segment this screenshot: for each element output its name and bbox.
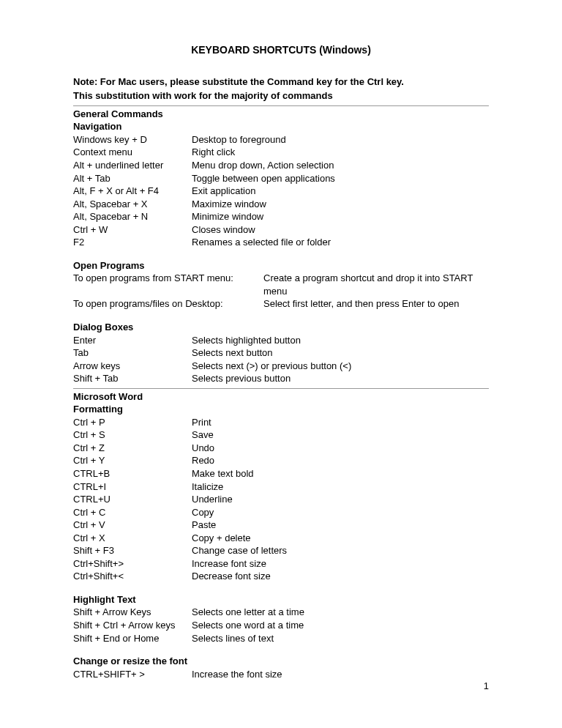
document-page: KEYBOARD SHORTCUTS (Windows) Note: For M… — [0, 0, 562, 710]
shortcut-key: CTRL+U — [73, 493, 192, 506]
table-row: Shift + Ctrl + Arrow keysSelects one wor… — [73, 619, 489, 632]
shortcut-desc: Right click — [192, 146, 489, 159]
divider — [73, 105, 489, 106]
table-row: CTRL+BMake text bold — [73, 467, 489, 480]
shortcut-desc: Increase font size — [192, 557, 489, 571]
shortcut-desc: Desktop to foreground — [192, 133, 489, 146]
table-row: CTRL+IItalicize — [73, 480, 489, 494]
table-row: Ctrl+Shift+>Increase font size — [73, 557, 489, 571]
general-heading: General Commands — [73, 108, 489, 121]
shortcut-key: Alt + underlined letter — [73, 159, 192, 172]
open-programs-heading: Open Programs — [73, 259, 489, 272]
table-row: Ctrl + SSave — [73, 428, 489, 442]
shortcut-desc: Copy — [192, 506, 489, 519]
dialog-heading: Dialog Boxes — [73, 321, 489, 334]
shortcut-desc: Change case of letters — [192, 544, 489, 557]
shortcut-key: Ctrl + S — [73, 428, 192, 442]
table-row: Ctrl + WCloses window — [73, 223, 489, 237]
shortcut-key: To open programs/files on Desktop: — [73, 297, 263, 311]
table-row: Alt + TabToggle between open application… — [73, 172, 489, 185]
shortcut-key: Ctrl + Y — [73, 454, 192, 467]
table-row: Context menuRight click — [73, 146, 489, 159]
word-rows: Ctrl + PPrint Ctrl + SSave Ctrl + ZUndo … — [73, 416, 489, 583]
shortcut-key: Ctrl+Shift+< — [73, 570, 192, 583]
shortcut-desc: Paste — [192, 519, 489, 532]
shortcut-desc: Selects one word at a time — [192, 619, 489, 632]
shortcut-key: Ctrl + P — [73, 416, 192, 429]
shortcut-key: Windows key + D — [73, 133, 192, 146]
shortcut-key: Context menu — [73, 146, 192, 159]
table-row: Arrow keysSelects next (>) or previous b… — [73, 360, 489, 373]
table-row: EnterSelects highlighted button — [73, 334, 489, 347]
shortcut-desc: Print — [192, 416, 489, 429]
shortcut-key: Tab — [73, 346, 192, 360]
shortcut-desc: Decrease font size — [192, 570, 489, 583]
shortcut-key: Enter — [73, 334, 192, 347]
shortcut-desc: Selects next button — [192, 346, 489, 360]
table-row: Ctrl+Shift+<Decrease font size — [73, 570, 489, 583]
table-row: Ctrl + PPrint — [73, 416, 489, 429]
shortcut-desc: Closes window — [192, 223, 489, 237]
table-row: Alt, Spacebar + NMinimize window — [73, 210, 489, 223]
table-row: To open programs from START menu:Create … — [73, 272, 489, 297]
shortcut-desc: Renames a selected file or folder — [192, 236, 489, 249]
formatting-heading: Formatting — [73, 403, 489, 416]
table-row: CTRL+SHIFT+ >Increase the font size — [73, 668, 489, 681]
general-rows: Windows key + DDesktop to foreground Con… — [73, 133, 489, 249]
shortcut-desc: Increase the font size — [192, 668, 489, 681]
table-row: Alt + underlined letterMenu drop down, A… — [73, 159, 489, 172]
table-row: Shift + F3Change case of letters — [73, 544, 489, 557]
shortcut-key: Shift + Tab — [73, 372, 192, 385]
resize-heading: Change or resize the font — [73, 655, 489, 668]
table-row: F2Renames a selected file or folder — [73, 236, 489, 249]
table-row: To open programs/files on Desktop:Select… — [73, 297, 489, 311]
shortcut-key: CTRL+SHIFT+ > — [73, 668, 192, 681]
table-row: Shift + Arrow KeysSelects one letter at … — [73, 606, 489, 619]
table-row: Alt, F + X or Alt + F4Exit application — [73, 185, 489, 198]
shortcut-desc: Copy + delete — [192, 532, 489, 545]
dialog-section: Dialog Boxes EnterSelects highlighted bu… — [73, 321, 489, 385]
navigation-heading: Navigation — [73, 120, 489, 133]
word-heading: Microsoft Word — [73, 390, 489, 404]
shortcut-key: To open programs from START menu: — [73, 272, 263, 297]
shortcut-key: Alt, Spacebar + N — [73, 210, 192, 223]
shortcut-desc: Selects previous button — [192, 372, 489, 385]
table-row: Ctrl + ZUndo — [73, 442, 489, 455]
shortcut-desc: Selects next (>) or previous button (<) — [192, 360, 489, 373]
table-row: Ctrl + YRedo — [73, 454, 489, 467]
shortcut-desc: Menu drop down, Action selection — [192, 159, 489, 172]
shortcut-desc: Create a program shortcut and drop it in… — [263, 272, 489, 297]
shortcut-desc: Italicize — [192, 480, 489, 494]
table-row: Ctrl + VPaste — [73, 519, 489, 532]
highlight-section: Highlight Text Shift + Arrow KeysSelects… — [73, 593, 489, 645]
shortcut-key: Shift + F3 — [73, 544, 192, 557]
shortcut-key: Alt + Tab — [73, 172, 192, 185]
shortcut-key: F2 — [73, 236, 192, 249]
shortcut-desc: Exit application — [192, 185, 489, 198]
shortcut-desc: Minimize window — [192, 210, 489, 223]
shortcut-key: Arrow keys — [73, 360, 192, 373]
page-title: KEYBOARD SHORTCUTS (Windows) — [73, 44, 489, 56]
shortcut-desc: Selects highlighted button — [192, 334, 489, 347]
shortcut-key: Ctrl + W — [73, 223, 192, 237]
divider — [73, 388, 489, 389]
shortcut-key: Shift + End or Home — [73, 632, 192, 645]
shortcut-desc: Selects one letter at a time — [192, 606, 489, 619]
shortcut-desc: Selects lines of text — [192, 632, 489, 645]
shortcut-key: Ctrl + C — [73, 506, 192, 519]
table-row: Alt, Spacebar + XMaximize window — [73, 198, 489, 211]
note-line-2: This substitution with work for the majo… — [73, 90, 489, 103]
shortcut-key: CTRL+I — [73, 480, 192, 494]
table-row: Ctrl + XCopy + delete — [73, 532, 489, 545]
shortcut-key: Shift + Ctrl + Arrow keys — [73, 619, 192, 632]
resize-section: Change or resize the font CTRL+SHIFT+ >I… — [73, 655, 489, 680]
note-line-1: Note: For Mac users, please substitute t… — [73, 76, 489, 89]
shortcut-desc: Make text bold — [192, 467, 489, 480]
shortcut-key: Alt, Spacebar + X — [73, 198, 192, 211]
shortcut-desc: Select first letter, and then press Ente… — [263, 297, 489, 311]
shortcut-desc: Undo — [192, 442, 489, 455]
table-row: CTRL+UUnderline — [73, 493, 489, 506]
page-number: 1 — [484, 680, 489, 691]
open-programs-section: Open Programs To open programs from STAR… — [73, 259, 489, 311]
table-row: TabSelects next button — [73, 346, 489, 360]
